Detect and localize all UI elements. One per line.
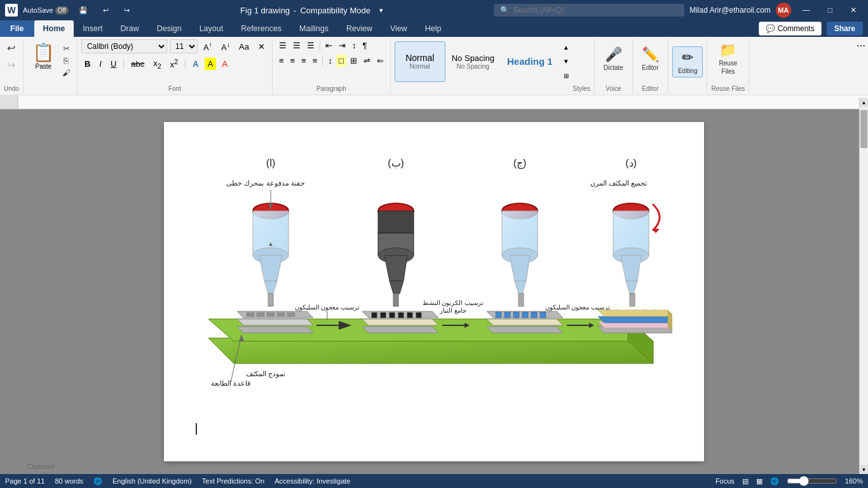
copy-button[interactable]: ⎘ [60,55,73,66]
undo-title-button[interactable]: ↩ [98,4,114,17]
multilevel-button[interactable]: ☰ [304,39,317,51]
clear-format-button[interactable]: ✕ [255,41,268,53]
increase-indent-button[interactable]: ⇥ [336,39,348,51]
superscript-button[interactable]: x2 [167,57,182,71]
align-center-button[interactable]: ≡ [288,55,298,67]
editing-group: ✏ Editing [668,38,708,93]
format-painter-button[interactable]: 🖌 [60,67,73,78]
tab-insert[interactable]: Insert [74,20,111,37]
grow-font-button[interactable]: A↑ [200,39,215,53]
tab-home[interactable]: Home [34,20,74,37]
tab-references[interactable]: References [232,20,290,37]
highlight-button[interactable]: A [205,58,217,70]
tab-help[interactable]: Help [416,20,451,37]
styles-expand-button[interactable]: ⊞ [562,71,571,81]
svg-rect-63 [505,312,510,318]
tab-design[interactable]: Design [148,20,191,37]
page-count: Page 1 of 11 [5,477,44,485]
editor-button[interactable]: ✏️ Editor [637,44,664,74]
italic-button[interactable]: I [96,58,105,70]
font-size-select[interactable]: 11 [170,39,198,53]
save-button[interactable]: 💾 [74,4,93,17]
case-button[interactable]: Aa [236,41,252,53]
svg-marker-11 [259,255,282,281]
svg-rect-67 [540,312,546,318]
shading-button[interactable]: □ [336,55,346,67]
undo-group: ↩ ↪ Undo [0,38,24,93]
justify-button[interactable]: ≡ [310,55,320,67]
line-spacing-button[interactable]: ↕ [325,55,335,67]
text-cursor [196,423,197,435]
font-family-select[interactable]: Calibri (Body) [81,39,167,53]
redo-title-button[interactable]: ↪ [119,4,135,17]
align-left-button[interactable]: ≡ [276,55,287,67]
view-web-button[interactable]: 🌐 [770,477,779,485]
comments-button[interactable]: 💬 Comments [759,22,822,36]
subscript-button[interactable]: x2 [150,57,165,71]
scroll-down-button[interactable]: ▼ [860,465,868,474]
word-count: 80 words [55,477,83,485]
decrease-indent-button[interactable]: ⇤ [323,39,335,51]
avatar[interactable]: MA [776,3,791,18]
zoom-slider[interactable] [787,476,837,486]
maximize-button[interactable]: □ [822,3,839,17]
styles-down-button[interactable]: ▼ [562,57,571,66]
styles-up-button[interactable]: ▲ [562,43,571,52]
search-box[interactable]: 🔍 [494,4,684,17]
minimize-button[interactable]: — [796,3,817,17]
scroll-track[interactable] [860,107,868,465]
autosave-state[interactable]: Off [55,6,69,15]
tab-view[interactable]: View [381,20,416,37]
rtl-button[interactable]: ⇐ [374,55,386,67]
scroll-up-button[interactable]: ▲ [860,98,868,107]
svg-text:تجميع المكثف المرن: تجميع المكثف المرن [590,179,647,187]
close-button[interactable]: ✕ [844,3,863,17]
strikethrough-button[interactable]: abc [128,58,147,70]
shrink-font-button[interactable]: A↓ [218,39,233,53]
tab-layout[interactable]: Layout [191,20,233,37]
ribbon-expand-button[interactable]: ⋯ [857,41,865,51]
bidi-button[interactable]: ⇌ [361,55,373,67]
style-normal[interactable]: Normal Normal [395,41,445,82]
svg-rect-58 [519,294,524,306]
tab-draw[interactable]: Draw [112,20,148,37]
text-effect-button[interactable]: A [189,58,201,70]
dictate-button[interactable]: 🎤 Dictate [599,44,628,74]
undo-button[interactable]: ↩ [4,39,18,57]
text-predictions: Text Predictions: On [202,477,264,485]
show-marks-button[interactable]: ¶ [360,39,370,51]
font-color-button[interactable]: A [219,58,231,70]
search-input[interactable] [513,6,653,15]
style-heading[interactable]: Heading 1 [501,41,559,82]
vertical-scrollbar[interactable]: ▲ ▼ [859,98,868,474]
numbering-button[interactable]: ☰ [290,39,303,51]
focus-button[interactable]: Focus [715,477,735,485]
scroll-thumb[interactable] [860,110,867,148]
language-label: English (United Kingdom) [112,477,192,485]
font-group-label: Font [168,84,181,92]
zoom-level: 160% [845,477,863,485]
share-button[interactable]: Share [827,22,863,36]
editing-button[interactable]: ✏ Editing [672,46,703,78]
bold-button[interactable]: B [81,58,93,70]
underline-button[interactable]: U [107,58,119,70]
reuse-files-button[interactable]: 📁 Reuse Files [714,39,742,78]
sort-button[interactable]: ↕ [349,39,359,51]
redo-button[interactable]: ↪ [4,57,18,74]
tab-mailings[interactable]: Mailings [290,20,337,37]
view-single-button[interactable]: ▤ [742,477,749,485]
svg-rect-47 [416,313,421,318]
tab-file[interactable]: File [0,20,34,37]
align-right-button[interactable]: ≡ [299,55,309,67]
paste-button[interactable]: 📋 Paste [27,39,60,72]
autosave-toggle[interactable]: AutoSave Off [23,6,69,15]
borders-button[interactable]: ⊞ [348,55,360,67]
mode-dropdown[interactable]: ▾ [374,4,388,17]
cut-button[interactable]: ✂ [60,43,73,54]
svg-rect-33 [378,211,414,233]
bullets-button[interactable]: ☰ [276,39,289,51]
style-no-spacing[interactable]: No Spacing No Spacing [445,41,501,82]
tab-review[interactable]: Review [337,20,381,37]
view-multi-button[interactable]: ▦ [756,477,763,485]
accessibility[interactable]: Accessibility: Investigate [275,477,350,485]
